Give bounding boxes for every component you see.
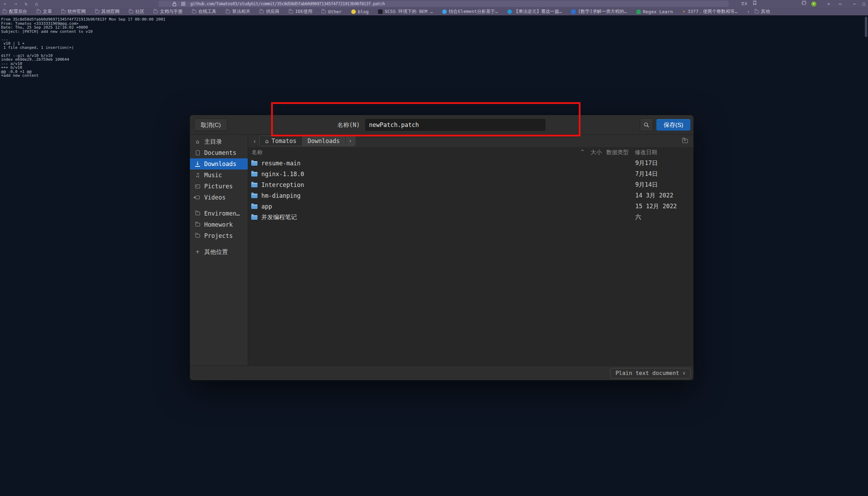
sidebar-item-documents[interactable]: Documents <box>190 147 248 158</box>
sidebar-item-environment[interactable]: Enviromen… <box>190 208 248 219</box>
file-row[interactable]: resume-main9月17日 <box>248 158 693 168</box>
extensions-puzzle-icon[interactable] <box>799 0 809 8</box>
bookmark-item[interactable]: [数学]求解一类方程的… <box>571 8 627 15</box>
breadcrumb: ‹ ⌂Tomatos Downloads › <box>248 135 693 147</box>
bookmark-item[interactable]: 文章 <box>37 8 52 15</box>
breadcrumb-next-icon[interactable]: › <box>345 136 355 146</box>
filetype-dropdown[interactable]: Plain text document ∨ <box>610 368 691 378</box>
page-scrollbar[interactable] <box>865 17 867 37</box>
breadcrumb-segment-current[interactable]: Downloads <box>302 136 345 146</box>
file-modified-date: 14 3月 2022 <box>635 191 673 200</box>
back-icon[interactable]: ← <box>0 0 10 8</box>
column-header-modified[interactable]: 修改日期 <box>635 149 657 156</box>
sidebar-item-label: Music <box>204 172 222 179</box>
address-bar[interactable]: github.com/Tomatos03/studyGit/commit/35c… <box>159 1 729 7</box>
breadcrumb-pill: ⌂Tomatos Downloads › <box>259 136 355 146</box>
bookmark-label: 其他官网 <box>101 8 120 15</box>
file-modified-date: 9月17日 <box>635 159 658 167</box>
bookmark-item[interactable]: 算法相关 <box>226 8 250 15</box>
bookmark-item[interactable]: 其他官网 <box>95 8 120 15</box>
bookmark-item[interactable]: blog <box>351 9 369 14</box>
bookmark-label: 在线工具 <box>198 8 216 15</box>
bookmark-item[interactable]: 社区 <box>129 8 144 15</box>
sidebar-item-homework[interactable]: Homework <box>190 219 248 230</box>
folder-icon <box>251 204 258 209</box>
menu-dots-icon[interactable]: ⋯ <box>835 0 845 8</box>
folder-icon <box>194 234 201 238</box>
file-row[interactable]: app15 12月 2022 <box>248 201 693 212</box>
bookmark-icon[interactable] <box>750 0 760 8</box>
folder-icon <box>755 10 759 13</box>
sidebar-item-music[interactable]: ♫Music <box>190 170 248 181</box>
sidebar-item-label: Enviromen… <box>204 210 240 217</box>
sidebar-item-videos[interactable]: Videos <box>190 192 248 203</box>
cancel-button[interactable]: 取消(C) <box>194 119 228 131</box>
folder-icon <box>192 10 196 13</box>
file-list: 名称 ^ 大小 数据类型 修改日期 resume-main9月17日 nginx… <box>248 147 693 366</box>
bookmark-item[interactable]: IDE使用 <box>289 8 312 15</box>
bookmark-item[interactable]: 配置后台 <box>3 8 27 15</box>
sidebar-item-projects[interactable]: Projects <box>190 230 248 241</box>
translate-icon[interactable]: 文A <box>738 0 750 8</box>
folder-icon <box>251 194 258 198</box>
patch-line: Subject: [PATCH] add new content to v10 <box>1 30 165 34</box>
home-icon[interactable]: ⌂ <box>31 0 42 8</box>
breadcrumb-back-icon[interactable]: ‹ <box>250 137 259 145</box>
sidebar-item-label: Documents <box>204 149 236 156</box>
green-lock-icon <box>636 9 641 14</box>
bookmark-label: 社区 <box>135 8 144 15</box>
filename-input[interactable] <box>365 119 545 131</box>
folder-icon <box>322 10 326 13</box>
column-header-size[interactable]: 大小 <box>591 149 602 156</box>
adblock-icon[interactable]: + <box>809 0 819 8</box>
window-maximize-button[interactable]: □ <box>860 0 868 8</box>
bookmarks-overflow-chevron[interactable]: › <box>747 9 750 14</box>
bookmark-item[interactable]: 软件官网 <box>61 8 86 15</box>
lightning-icon: ⚡ <box>682 9 685 14</box>
home-icon: ⌂ <box>194 138 201 145</box>
overflow-chevrons-icon[interactable]: » <box>824 0 833 8</box>
bookmark-item[interactable]: SCSS 环境下的 BEM … <box>378 8 433 15</box>
bookmark-item[interactable]: 供应商 <box>260 8 279 15</box>
bookmark-item[interactable]: ⚡3377．使两个整数相等… <box>682 8 737 15</box>
column-header-type[interactable]: 数据类型 <box>606 149 629 156</box>
folder-icon <box>226 10 230 13</box>
save-button[interactable]: 保存(S) <box>656 119 691 131</box>
patch-line: +++ b/v10 <box>1 66 165 70</box>
video-icon <box>194 196 201 199</box>
breadcrumb-segment-home[interactable]: ⌂Tomatos <box>260 136 302 146</box>
sidebar-item-downloads[interactable]: ↓Downloads <box>190 158 248 170</box>
column-header-name[interactable]: 名称 <box>252 149 263 156</box>
sort-ascending-icon[interactable]: ^ <box>581 149 584 155</box>
file-name: app <box>261 203 272 210</box>
sidebar-item-pictures[interactable]: Pictures <box>190 181 248 192</box>
bookmark-label: 文章 <box>43 8 52 15</box>
folder-icon <box>251 172 258 176</box>
bookmark-item[interactable]: 文档与手册 <box>154 8 183 15</box>
dialog-main: ‹ ⌂Tomatos Downloads › 名称 ^ 大小 数据类型 修改日期 <box>248 135 693 366</box>
bookmark-item[interactable]: 结合Element分析基于… <box>442 8 498 15</box>
bookmark-item[interactable]: 在线工具 <box>192 8 216 15</box>
search-button[interactable] <box>640 119 653 131</box>
file-row[interactable]: 并发编程笔记六 <box>248 212 693 223</box>
filename-label: 名称(N) <box>337 121 360 129</box>
bookmark-item[interactable]: Other <box>322 9 341 14</box>
forward-icon[interactable]: → <box>10 0 21 8</box>
window-minimize-button[interactable]: − <box>849 0 860 8</box>
sidebar-item-other-locations[interactable]: +其他位置 <box>190 246 248 257</box>
reload-icon[interactable]: ↻ <box>21 0 31 8</box>
file-row[interactable]: nginx-1.18.07月14日 <box>248 168 693 179</box>
bookmark-item[interactable]: 【乘法逆元】看这一篇… <box>507 8 562 15</box>
file-modified-date: 15 12月 2022 <box>635 202 677 210</box>
bookmark-item[interactable]: 其他 <box>755 8 770 15</box>
file-row[interactable]: hm-dianping14 3月 2022 <box>248 190 693 201</box>
bookmark-label: 供应商 <box>266 8 279 15</box>
site-permissions-icon[interactable] <box>181 2 185 6</box>
file-row[interactable]: Interception9月14日 <box>248 179 693 190</box>
sidebar-item-label: Pictures <box>204 183 233 190</box>
sidebar-item-home[interactable]: ⌂主目录 <box>190 136 248 147</box>
folder-icon <box>194 223 201 226</box>
download-icon: ↓ <box>194 161 201 167</box>
bookmark-item[interactable]: Regex Learn <box>636 9 673 14</box>
new-folder-button[interactable] <box>681 137 689 145</box>
